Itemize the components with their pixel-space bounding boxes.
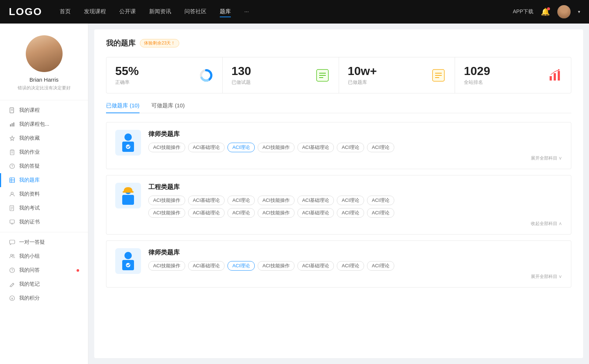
sidebar-item-my-answers[interactable]: ? 我的问答 [0, 263, 88, 277]
expand-btn-lawyer-1[interactable]: 展开全部科目 ∨ [148, 155, 562, 161]
tag-lawyer-1-4[interactable]: ACI技能操作 [258, 143, 294, 152]
tag-lawyer-1-2[interactable]: ACI基础理论 [188, 143, 225, 152]
profile-motto: 错误的决定比没有决定要好 [18, 85, 71, 91]
sidebar-divider-2 [0, 232, 88, 232]
svg-text:¥: ¥ [11, 297, 13, 300]
tag-eng-2-7[interactable]: ACI理论 [367, 208, 394, 218]
collapse-btn-engineer[interactable]: 收起全部科目 ∧ [148, 221, 562, 227]
list-yellow-icon-wrap [431, 68, 446, 83]
stat-text-correct-rate: 55% 正确率 [115, 65, 194, 86]
svg-rect-5 [13, 122, 14, 126]
tag-eng-1-3[interactable]: ACI理论 [228, 196, 255, 205]
tag-eng-1-2[interactable]: ACI基础理论 [188, 196, 225, 205]
sidebar-item-my-collection[interactable]: 我的收藏 [0, 131, 88, 145]
sidebar-item-one-on-one[interactable]: 一对一答疑 [0, 235, 88, 249]
user-group-icon [9, 191, 15, 197]
tag-lawyer-1-7[interactable]: ACI理论 [367, 143, 394, 152]
tag-lawyer-2-1[interactable]: ACI技能操作 [148, 261, 185, 271]
tag-lawyer-1-5[interactable]: ACI基础理论 [297, 143, 334, 152]
tag-eng-1-7[interactable]: ACI理论 [367, 196, 394, 205]
tag-eng-2-2[interactable]: ACI基础理论 [188, 208, 225, 218]
tag-eng-2-1[interactable]: ACI技能操作 [148, 208, 185, 218]
nav-logo[interactable]: LOGO [9, 6, 42, 18]
tag-eng-2-5[interactable]: ACI基础理论 [297, 208, 334, 218]
sidebar-item-my-questions[interactable]: 我的题库 [0, 173, 88, 187]
tag-eng-2-3[interactable]: ACI理论 [228, 208, 255, 218]
stat-value-correct-rate: 55% [115, 65, 194, 78]
stat-text-rank: 1029 全站排名 [464, 65, 543, 86]
nav-more[interactable]: ··· [244, 7, 249, 17]
nav-avatar[interactable] [557, 5, 571, 18]
sidebar-item-my-profile[interactable]: 我的资料 [0, 187, 88, 201]
nav-questions[interactable]: 题库 [220, 7, 231, 17]
sidebar-item-my-qa[interactable]: ? 我的答疑 [0, 159, 88, 173]
nav-chevron-icon[interactable]: ▾ [578, 9, 580, 14]
tag-lawyer-2-2[interactable]: ACI基础理论 [188, 261, 225, 271]
sidebar-item-my-group[interactable]: 我的小组 [0, 249, 88, 263]
qbank-body-engineer: 工程类题库 ACI技能操作 ACI基础理论 ACI理论 ACI技能操作 ACI基… [148, 183, 562, 227]
expand-btn-lawyer-2[interactable]: 展开全部科目 ∨ [148, 274, 562, 280]
lawyer-svg-icon-2 [119, 250, 138, 272]
tag-lawyer-2-3[interactable]: ACI理论 [228, 261, 255, 271]
tag-eng-2-4[interactable]: ACI技能操作 [258, 208, 294, 218]
profile-section: Brian Harris 错误的决定比没有决定要好 [0, 24, 88, 97]
sidebar-label-answers: 我的问答 [19, 267, 40, 274]
stat-rank: 1029 全站排名 [455, 57, 571, 93]
tag-eng-1-4[interactable]: ACI技能操作 [258, 196, 294, 205]
sidebar-label-notes: 我的笔记 [19, 281, 40, 288]
sidebar-label-my-course: 我的课程 [19, 107, 40, 114]
qbank-icon-lawyer-1 [115, 130, 141, 156]
nav-discover[interactable]: 发现课程 [84, 7, 106, 17]
nav-qa[interactable]: 问答社区 [184, 7, 207, 17]
nav-bell[interactable]: 🔔 [541, 7, 550, 16]
tag-eng-2-6[interactable]: ACI理论 [337, 208, 364, 218]
tag-lawyer-2-5[interactable]: ACI基础理论 [297, 261, 334, 271]
svg-rect-13 [10, 178, 15, 183]
svg-rect-22 [10, 220, 14, 223]
qbank-body-lawyer-2: 律师类题库 ACI技能操作 ACI基础理论 ACI理论 ACI技能操作 ACI基… [148, 248, 562, 280]
star-icon [9, 135, 15, 142]
document-icon [9, 205, 15, 211]
sidebar-item-my-homework[interactable]: 我的作业 [0, 145, 88, 159]
tag-lawyer-2-4[interactable]: ACI技能操作 [258, 261, 294, 271]
content-area: 我的题库 体验剩余23天！ 55% 正确率 [94, 29, 583, 358]
main-content: 我的题库 体验剩余23天！ 55% 正确率 [88, 24, 589, 364]
edit-icon [9, 281, 15, 288]
stat-text-questions-done: 130 已做试题 [232, 65, 311, 86]
tab-available-banks[interactable]: 可做题库 (10) [151, 102, 185, 113]
sidebar-label-cert: 我的证书 [19, 219, 40, 225]
sidebar-item-my-points[interactable]: ¥ 我的积分 [0, 291, 88, 305]
tag-lawyer-2-6[interactable]: ACI理论 [337, 261, 364, 271]
tag-lawyer-1-3[interactable]: ACI理论 [228, 143, 255, 152]
tags-row-engineer-2: ACI技能操作 ACI基础理论 ACI理论 ACI技能操作 ACI基础理论 AC… [148, 208, 562, 218]
nav-app-download[interactable]: APP下载 [513, 8, 533, 15]
stats-row: 55% 正确率 130 已做试题 [106, 57, 571, 93]
tab-done-banks[interactable]: 已做题库 (10) [106, 102, 140, 113]
answers-dot [77, 269, 79, 272]
qbank-header-lawyer-1: 律师类题库 ACI技能操作 ACI基础理论 ACI理论 ACI技能操作 ACI基… [115, 130, 562, 161]
sidebar-item-my-course[interactable]: 我的课程 [0, 103, 88, 117]
tag-lawyer-1-1[interactable]: ACI技能操作 [148, 143, 185, 152]
sidebar-item-my-course-pack[interactable]: 我的课程包... [0, 117, 88, 131]
nav-home[interactable]: 首页 [60, 7, 71, 17]
qbank-body-lawyer-1: 律师类题库 ACI技能操作 ACI基础理论 ACI理论 ACI技能操作 ACI基… [148, 130, 562, 161]
trial-badge: 体验剩余23天！ [140, 39, 179, 47]
svg-rect-45 [554, 73, 556, 81]
sidebar-item-my-exam[interactable]: 我的考试 [0, 201, 88, 215]
tag-eng-1-5[interactable]: ACI基础理论 [297, 196, 334, 205]
tag-lawyer-2-7[interactable]: ACI理论 [367, 261, 394, 271]
table-icon [9, 177, 15, 183]
stat-value-rank: 1029 [464, 65, 543, 78]
sidebar-label-collection: 我的收藏 [19, 135, 40, 142]
tag-lawyer-1-6[interactable]: ACI理论 [337, 143, 364, 152]
sidebar-item-my-cert[interactable]: 我的证书 [0, 215, 88, 229]
nav-news[interactable]: 新闻资讯 [149, 7, 171, 17]
tag-eng-1-6[interactable]: ACI理论 [337, 196, 364, 205]
svg-rect-52 [123, 191, 134, 193]
sidebar-item-my-notes[interactable]: 我的笔记 [0, 277, 88, 291]
nav-open-course[interactable]: 公开课 [119, 7, 136, 17]
sidebar-label-qa: 我的答疑 [19, 163, 40, 169]
tag-eng-1-1[interactable]: ACI技能操作 [148, 196, 185, 205]
users-icon [9, 253, 15, 260]
navbar: LOGO 首页 发现课程 公开课 新闻资讯 问答社区 题库 ··· APP下载 … [0, 0, 589, 24]
